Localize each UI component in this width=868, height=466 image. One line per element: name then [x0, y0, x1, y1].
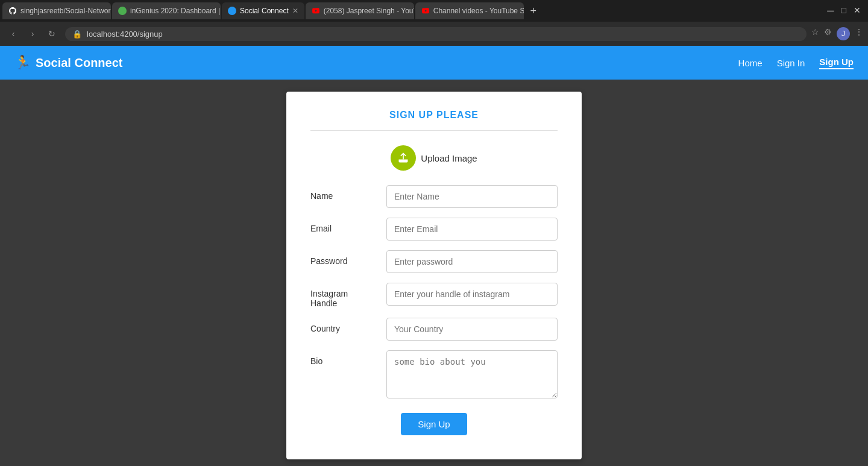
submit-row: Sign Up [310, 413, 558, 435]
tab-close-icon[interactable]: ✕ [292, 7, 298, 15]
menu-icon[interactable]: ⋮ [855, 27, 863, 40]
tab-label: Social Connect [240, 7, 289, 15]
country-input[interactable] [386, 318, 558, 341]
country-field-row: Country [310, 318, 558, 341]
upload-label: Upload Image [421, 153, 477, 163]
country-label: Country [310, 318, 377, 333]
tab-youtube1[interactable]: (2058) Jaspreet Singh - YouTube ✕ [306, 2, 414, 19]
main-content: SIGN UP PLEASE Upload Image Name Email [0, 80, 868, 466]
back-button[interactable]: ‹ [5, 25, 22, 42]
instagram-field-row: Instagram Handle [310, 283, 558, 308]
upload-section[interactable]: Upload Image [310, 145, 558, 171]
tab-label: Channel videos - YouTube Studio [433, 7, 524, 15]
tab-social-connect[interactable]: Social Connect ✕ [222, 2, 304, 19]
tab-ingenius[interactable]: inGenius 2020: Dashboard | Dev... ✕ [112, 2, 221, 19]
maximize-button[interactable]: □ [841, 5, 846, 16]
app-name: Social Connect [36, 56, 122, 70]
bookmark-icon[interactable]: ☆ [811, 27, 819, 40]
close-window-button[interactable]: ✕ [854, 5, 861, 16]
signup-card: SIGN UP PLEASE Upload Image Name Email [286, 92, 582, 459]
tab-youtube2[interactable]: Channel videos - YouTube Studio ✕ [415, 2, 524, 19]
extensions-icon[interactable]: ⚙ [824, 27, 832, 40]
email-label: Email [310, 218, 377, 233]
url-display: localhost:4200/signup [87, 30, 799, 39]
github-favicon [8, 7, 17, 15]
new-tab-button[interactable]: + [525, 2, 542, 19]
card-title: SIGN UP PLEASE [310, 110, 558, 131]
bio-label: Bio [310, 350, 377, 366]
email-field-row: Email [310, 218, 558, 241]
tab-label: (2058) Jaspreet Singh - YouTube [324, 7, 414, 15]
ingenius-favicon [118, 7, 127, 15]
password-field-row: Password [310, 250, 558, 273]
social-connect-favicon [228, 7, 236, 15]
forward-button[interactable]: › [24, 25, 41, 42]
upload-icon [391, 145, 416, 171]
address-bar[interactable]: 🔒 localhost:4200/signup [65, 27, 807, 41]
app-navbar: 🏃 Social Connect Home Sign In Sign Up [0, 46, 868, 80]
nav-home[interactable]: Home [738, 58, 763, 68]
name-label: Name [310, 185, 377, 201]
tab-bar: singhjasreetb/Social-Network... ✕ inGeni… [0, 0, 868, 22]
tab-label: inGenius 2020: Dashboard | Dev... [130, 7, 221, 15]
lock-icon: 🔒 [72, 30, 82, 39]
nav-buttons: ‹ › ↻ [5, 25, 60, 42]
nav-signin[interactable]: Sign In [777, 58, 805, 68]
app-nav-links: Home Sign In Sign Up [738, 57, 854, 69]
nav-signup[interactable]: Sign Up [819, 57, 854, 69]
email-input[interactable] [386, 218, 558, 241]
app-logo: 🏃 Social Connect [14, 55, 122, 71]
bio-input[interactable] [386, 350, 558, 398]
address-bar-row: ‹ › ↻ 🔒 localhost:4200/signup ☆ ⚙ J ⋮ [0, 22, 868, 46]
instagram-input[interactable] [386, 283, 558, 306]
youtube-favicon1 [312, 7, 320, 15]
logo-icon: 🏃 [14, 55, 31, 71]
bio-field-row: Bio [310, 350, 558, 398]
youtube-favicon2 [421, 7, 430, 15]
password-input[interactable] [386, 250, 558, 273]
minimize-button[interactable]: ─ [827, 5, 834, 16]
tab-github[interactable]: singhjasreetb/Social-Network... ✕ [2, 2, 111, 19]
tab-label: singhjasreetb/Social-Network... [20, 7, 111, 15]
reload-button[interactable]: ↻ [43, 25, 60, 42]
name-input[interactable] [386, 185, 558, 208]
browser-action-icons: ☆ ⚙ J ⋮ [811, 27, 863, 40]
signup-button[interactable]: Sign Up [401, 413, 467, 435]
profile-icon[interactable]: J [837, 27, 850, 40]
browser-chrome: singhjasreetb/Social-Network... ✕ inGeni… [0, 0, 868, 46]
name-field-row: Name [310, 185, 558, 208]
instagram-label: Instagram Handle [310, 283, 377, 308]
password-label: Password [310, 250, 377, 266]
